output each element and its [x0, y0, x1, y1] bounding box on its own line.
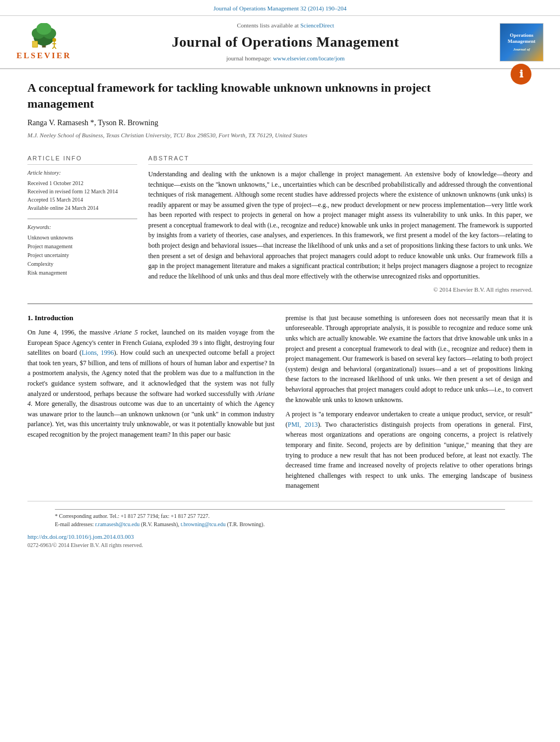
- body-content: 1. Introduction On June 4, 1996, the mas…: [0, 313, 560, 495]
- page: Journal of Operations Management 32 (201…: [0, 0, 560, 742]
- abstract-text: Understanding and dealing with the unkno…: [148, 169, 533, 282]
- journal-banner: ELSEVIER Contents lists available at Sci…: [0, 16, 560, 69]
- contents-line: Contents lists available at ScienceDirec…: [71, 21, 500, 30]
- introduction-left: 1. Introduction On June 4, 1996, the mas…: [27, 313, 275, 495]
- elsevier-logo: ELSEVIER: [16, 23, 71, 62]
- elsevier-tree-icon: [22, 23, 66, 49]
- history-item-online: Available online 24 March 2014: [27, 204, 137, 212]
- keywords-block: Keywords: Unknown unknowns Project manag…: [27, 224, 137, 277]
- article-info-abstract: ARTICLE INFO Article history: Received 1…: [0, 154, 560, 294]
- issn-text: 0272-6963/© 2014 Elsevier B.V. All right…: [27, 542, 533, 549]
- lions-ref-link[interactable]: Lions, 1996: [82, 349, 114, 356]
- article-title: A conceptual framework for tackling know…: [27, 80, 439, 111]
- elsevier-label: ELSEVIER: [16, 50, 71, 62]
- sciencedirect-link[interactable]: ScienceDirect: [300, 22, 334, 29]
- keyword-1: Unknown unknowns: [27, 233, 137, 242]
- journal-title-center: Contents lists available at ScienceDirec…: [71, 21, 500, 63]
- affiliation: M.J. Neeley School of Business, Texas Ch…: [27, 131, 533, 140]
- article-info-col: ARTICLE INFO Article history: Received 1…: [27, 154, 137, 294]
- intro-paragraph-3: A project is "a temporary endeavor under…: [285, 409, 533, 491]
- journal-main-title: Journal of Operations Management: [71, 32, 500, 52]
- svg-point-4: [36, 23, 51, 35]
- email1-link[interactable]: r.ramasesh@tcu.edu: [95, 521, 139, 527]
- keyword-2: Project management: [27, 242, 137, 251]
- journal-cover-image: Operations Management Journal of: [500, 23, 544, 62]
- section-divider: [27, 303, 533, 304]
- history-item-received: Received 1 October 2012: [27, 179, 137, 187]
- footnote-corresponding: * Corresponding author. Tel.: +1 817 257…: [55, 512, 505, 520]
- article-info-header: ARTICLE INFO: [27, 154, 137, 165]
- introduction-right: premise is that just because something i…: [285, 313, 533, 495]
- keyword-3: Project uncertainty: [27, 251, 137, 260]
- abstract-col: ABSTRACT Understanding and dealing with …: [148, 154, 533, 294]
- journal-header-top: Journal of Operations Management 32 (201…: [0, 0, 560, 16]
- history-item-revised: Received in revised form 12 March 2014: [27, 187, 137, 196]
- article-history-block: Article history: Received 1 October 2012…: [27, 169, 137, 212]
- introduction-title: 1. Introduction: [27, 313, 275, 323]
- doi-link[interactable]: http://dx.doi.org/10.1016/j.jom.2014.03.…: [27, 533, 134, 540]
- history-item-accepted: Accepted 15 March 2014: [27, 196, 137, 204]
- keyword-5: Risk management: [27, 269, 137, 277]
- keyword-4: Complexity: [27, 260, 137, 269]
- article-section: A conceptual framework for tackling know…: [0, 69, 560, 154]
- svg-line-9: [54, 46, 56, 48]
- copyright-line: © 2014 Elsevier B.V. All rights reserved…: [148, 286, 533, 294]
- abstract-header: ABSTRACT: [148, 154, 533, 165]
- intro-paragraph-2: premise is that just because something i…: [285, 313, 533, 405]
- svg-text:ℹ: ℹ: [519, 69, 524, 80]
- journal-ref-link[interactable]: Journal of Operations Management 32 (201…: [214, 5, 347, 12]
- journal-homepage-link[interactable]: www.elsevier.com/locate/jom: [273, 55, 345, 62]
- authors: Ranga V. Ramasesh *, Tyson R. Browning: [27, 118, 533, 129]
- svg-rect-11: [32, 41, 37, 47]
- footnote-email: E-mail addresses: r.ramasesh@tcu.edu (R.…: [55, 520, 505, 528]
- doi-section: http://dx.doi.org/10.1016/j.jom.2014.03.…: [0, 528, 560, 551]
- footnote-section: * Corresponding author. Tel.: +1 817 257…: [27, 501, 533, 528]
- svg-point-5: [52, 38, 56, 42]
- email2-link[interactable]: t.browning@tcu.edu: [181, 521, 226, 527]
- crossmark-icon: ℹ: [511, 64, 531, 85]
- pmi-ref-link[interactable]: PMI, 2013: [288, 421, 318, 428]
- keywords-label: Keywords:: [27, 224, 137, 231]
- journal-homepage: journal homepage: www.elsevier.com/locat…: [71, 54, 500, 63]
- article-history-label: Article history:: [27, 169, 137, 177]
- crossmark-logo: ℹ: [511, 64, 533, 86]
- intro-paragraph-1: On June 4, 1996, the massive Ariane 5 ro…: [27, 327, 275, 440]
